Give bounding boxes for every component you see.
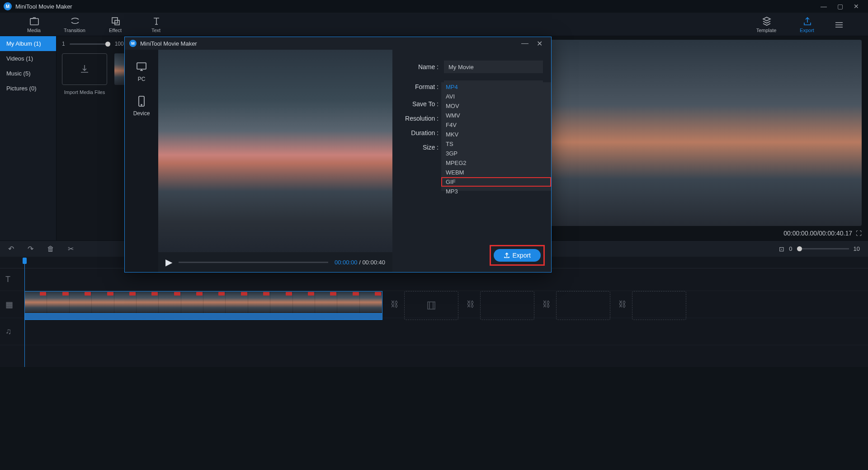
sidebar-item-pictures[interactable]: Pictures (0) [0,81,56,96]
transition-link-icon[interactable]: ⛓ [618,300,627,309]
format-option-gif[interactable]: GIF [441,177,551,187]
format-option-f4v[interactable]: F4V [441,120,551,130]
empty-clip-slot[interactable] [556,291,610,320]
clip-frame [203,291,226,313]
video-track-icon: ▦ [5,300,16,310]
playback-time: 00:00:00 / 00:00:40 [335,259,385,266]
media-tab[interactable]: Media [14,16,54,33]
fit-icon[interactable]: ⊡ [779,245,784,253]
svg-rect-3 [428,302,435,309]
empty-clip-slot[interactable] [632,291,686,320]
audio-track[interactable]: ♫ [0,318,868,345]
transition-icon [70,16,80,26]
cut-button[interactable]: ✂ [68,244,74,253]
export-preview-canvas [158,50,392,252]
format-dropdown: MP4AVIMOVWMVF4VMKVTS3GPMPEG2WEBMGIFMP3 [441,82,551,191]
template-button[interactable]: Template [746,16,787,33]
clip-frame [159,291,181,313]
empty-clip-slot[interactable] [404,291,458,320]
sidebar-item-music[interactable]: Music (5) [0,66,56,81]
format-option-mp4[interactable]: MP4 [441,82,551,92]
zoom-max-label: 100 [115,41,124,47]
timeline-zoom-slider[interactable] [797,248,849,249]
redo-button[interactable]: ↷ [28,244,33,253]
clip-frame [47,291,69,313]
minimize-button[interactable]: — [816,3,832,10]
export-button[interactable]: Export [787,16,827,33]
dialog-logo: M [129,40,137,47]
transition-link-icon[interactable]: ⛓ [391,300,399,309]
media-sidebar: My Album (1) Videos (1) Music (5) Pictur… [0,36,57,240]
export-icon [802,16,812,26]
zoom-min-label: 1 [62,41,65,47]
export-form: Name : Format : MP4 ▾ Save To : Resoluti… [392,50,551,272]
download-icon [79,63,90,75]
import-media-tile[interactable]: Import Media Files [62,53,107,95]
format-option-mp3[interactable]: MP3 [441,187,551,196]
clip-frame [337,291,359,313]
audio-waveform [25,313,382,320]
fullscreen-icon[interactable]: ⛶ [856,230,862,237]
dialog-title: MiniTool Movie Maker [140,40,197,47]
export-target-sidebar: PC Device [125,50,158,272]
clip-frame [137,291,159,313]
format-option-avi[interactable]: AVI [441,92,551,101]
svg-point-6 [141,104,142,105]
export-preview: ▶ 00:00:00 / 00:00:40 [158,50,392,272]
name-input[interactable] [444,61,543,73]
tl-zoom-max: 10 [854,245,860,252]
text-tab[interactable]: Text [136,16,176,33]
export-dialog: M MiniTool Movie Maker — ✕ PC Device ▶ 0… [124,37,552,273]
dialog-minimize[interactable]: — [518,39,532,47]
export-confirm-button[interactable]: Export [494,249,541,262]
size-label: Size : [401,144,444,151]
app-logo: M [4,2,12,10]
maximize-button[interactable]: ▢ [832,3,848,10]
format-label: Format : [401,83,444,90]
clip-frame [360,291,382,313]
close-button[interactable]: ✕ [848,3,864,10]
upload-icon [504,252,510,258]
format-option-webm[interactable]: WEBM [441,168,551,177]
format-option-mpeg2[interactable]: MPEG2 [441,158,551,168]
template-icon [761,16,771,26]
film-icon [426,301,436,310]
export-target-pc[interactable]: PC [135,61,148,82]
menu-icon [834,19,844,29]
clip-frame [92,291,114,313]
clip-frame [315,291,337,313]
clip-frame [25,291,47,313]
transition-tab[interactable]: Transition [54,16,95,33]
clip-frame [226,291,248,313]
format-option-mov[interactable]: MOV [441,101,551,111]
clip-frame [70,291,92,313]
duration-label: Duration : [401,129,444,136]
transition-link-icon[interactable]: ⛓ [467,300,475,309]
format-option-wmv[interactable]: WMV [441,111,551,120]
hamburger-menu[interactable] [827,19,850,29]
format-option-3gp[interactable]: 3GP [441,149,551,158]
transition-link-icon[interactable]: ⛓ [542,300,551,309]
delete-button[interactable]: 🗑 [47,245,54,253]
dialog-titlebar: M MiniTool Movie Maker — ✕ [125,37,551,50]
format-option-mkv[interactable]: MKV [441,130,551,139]
effect-tab[interactable]: Effect [95,16,136,33]
playback-slider[interactable] [179,262,328,263]
format-option-ts[interactable]: TS [441,139,551,149]
sidebar-item-my-album[interactable]: My Album (1) [0,36,56,51]
dialog-close[interactable]: ✕ [532,39,547,48]
saveto-label: Save To : [401,100,444,108]
empty-clip-slot[interactable] [480,291,534,320]
video-clip[interactable] [24,291,382,320]
undo-button[interactable]: ↶ [8,244,14,253]
folder-icon [29,16,39,26]
clip-frame [293,291,315,313]
main-toolbar: Media Transition Effect Text Template Ex… [0,13,868,36]
clip-frame [270,291,292,313]
export-target-device[interactable]: Device [133,95,150,117]
effect-icon [110,16,120,26]
thumbnail-zoom-slider[interactable] [70,43,110,45]
sidebar-item-videos[interactable]: Videos (1) [0,51,56,66]
play-button[interactable]: ▶ [165,257,172,268]
playhead[interactable] [24,258,25,367]
